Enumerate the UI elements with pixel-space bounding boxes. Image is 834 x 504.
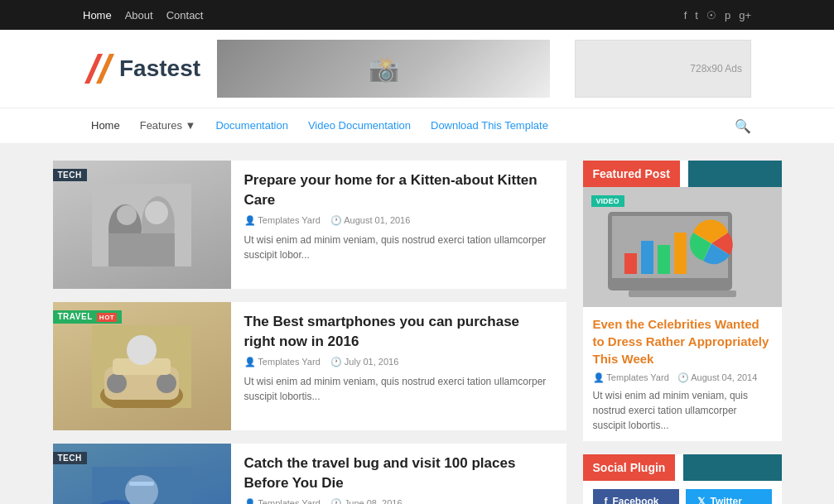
- article-body: Catch the travel bug and visit 100 place…: [231, 444, 566, 504]
- secnav-home[interactable]: Home: [83, 108, 128, 144]
- article-badge-tech-2: TECH: [53, 452, 87, 464]
- nav-contact[interactable]: Contact: [166, 9, 204, 22]
- top-nav: Home About Contact: [83, 9, 203, 22]
- svg-point-14: [127, 335, 157, 365]
- featured-post-image: VIDEO: [583, 187, 782, 307]
- featured-header-row: Featured Post: [583, 161, 782, 187]
- googleplus-icon[interactable]: g+: [739, 9, 751, 22]
- featured-post-content: Even the Celebrities Wanted to Dress Rat…: [583, 307, 782, 441]
- secnav-documentation[interactable]: Documentation: [207, 108, 296, 144]
- article-thumbnail: TECH: [53, 161, 231, 289]
- twitter-button[interactable]: 𝕏 Twitter: [686, 489, 772, 504]
- article-title[interactable]: Prepare your home for a Kitten-about Kit…: [244, 170, 553, 210]
- article-badge-tech: TECH: [53, 169, 87, 181]
- featured-post-label: Featured Post: [593, 167, 670, 180]
- svg-rect-23: [641, 241, 653, 274]
- facebook-icon: f: [605, 496, 608, 504]
- article-card: TECH Prepare your home for a Kitten-abou…: [53, 161, 566, 289]
- featured-date: 🕐 August 04, 2014: [677, 372, 758, 383]
- svg-rect-18: [129, 482, 154, 486]
- main-container: TECH Prepare your home for a Kitten-abou…: [45, 161, 790, 504]
- nav-about[interactable]: About: [125, 9, 153, 22]
- social-plugin-header-bar: [683, 454, 781, 481]
- featured-post-excerpt: Ut wisi enim ad minim veniam, quis nostr…: [593, 388, 772, 433]
- article-body: Prepare your home for a Kitten-about Kit…: [231, 161, 566, 289]
- social-icons: f t ☉ p g+: [684, 9, 751, 22]
- site-logo[interactable]: Fastest: [83, 52, 200, 85]
- featured-post-box: Featured Post: [583, 161, 782, 441]
- featured-author: 👤 Templates Yard: [593, 372, 669, 383]
- svg-rect-27: [629, 290, 736, 297]
- article-excerpt: Ut wisi enim ad minim veniam, quis nostr…: [244, 233, 553, 262]
- svg-rect-22: [624, 253, 637, 274]
- svg-rect-5: [108, 233, 175, 266]
- featured-post-header: Featured Post: [583, 161, 680, 187]
- secnav-download[interactable]: Download This Template: [422, 108, 557, 144]
- search-icon[interactable]: 🔍: [735, 118, 751, 134]
- svg-point-12: [157, 373, 176, 393]
- article-card: TRAVEL HOT The Best smartphones you can …: [53, 302, 566, 430]
- site-header: Fastest 📸 728x90 Ads: [0, 30, 834, 108]
- article-date: 🕐 June 08, 2016: [330, 498, 403, 504]
- article-card: TECH Catch the travel bug and visit 100 …: [53, 444, 566, 504]
- sidebar: Featured Post: [583, 161, 782, 504]
- featured-header-bar: [688, 161, 782, 187]
- article-title[interactable]: The Best smartphones you can purchase ri…: [244, 312, 553, 352]
- article-badge-travel: TRAVEL HOT: [53, 310, 123, 324]
- secnav-features[interactable]: Features ▼: [132, 108, 205, 144]
- secnav-video-documentation[interactable]: Video Documentation: [300, 108, 419, 144]
- facebook-icon[interactable]: f: [684, 9, 687, 22]
- article-thumbnail: TECH: [53, 444, 231, 504]
- svg-point-6: [117, 205, 137, 225]
- article-date: 🕐 August 01, 2016: [330, 215, 411, 226]
- article-title[interactable]: Catch the travel bug and visit 100 place…: [244, 454, 553, 493]
- article-author: 👤 Templates Yard: [244, 498, 321, 504]
- nav-home[interactable]: Home: [83, 9, 112, 22]
- thumb-image-2: [92, 325, 191, 408]
- thumb-image-3: [92, 467, 191, 505]
- twitter-icon[interactable]: t: [695, 9, 698, 22]
- svg-rect-25: [674, 233, 687, 274]
- articles-list: TECH Prepare your home for a Kitten-abou…: [53, 161, 566, 504]
- header-ad-left: 📸: [217, 40, 550, 98]
- article-thumbnail: TRAVEL HOT: [53, 302, 231, 430]
- top-bar: Home About Contact f t ☉ p g+: [0, 0, 834, 30]
- twitter-icon: 𝕏: [697, 496, 706, 504]
- article-meta: 👤 Templates Yard 🕐 June 08, 2016: [244, 498, 553, 504]
- header-ad: 728x90 Ads: [575, 40, 751, 98]
- video-badge: VIDEO: [591, 195, 624, 207]
- ad-label: 728x90 Ads: [690, 63, 742, 74]
- featured-post-meta: 👤 Templates Yard 🕐 August 04, 2014: [593, 372, 772, 383]
- article-meta: 👤 Templates Yard 🕐 July 01, 2016: [244, 357, 553, 367]
- pinterest-icon[interactable]: p: [725, 9, 730, 22]
- social-buttons: f Facebook 𝕏 Twitter: [583, 481, 782, 504]
- social-plugin-header-row: Social Plugin: [583, 454, 782, 481]
- logo-text: Fastest: [119, 55, 200, 82]
- featured-post-title[interactable]: Even the Celebrities Wanted to Dress Rat…: [593, 315, 772, 367]
- social-plugin-box: Social Plugin f Facebook 𝕏 Twitter: [583, 454, 782, 504]
- social-plugin-header: Social Plugin: [583, 454, 676, 481]
- svg-point-7: [145, 201, 168, 224]
- logo-icon: [83, 52, 116, 85]
- article-meta: 👤 Templates Yard 🕐 August 01, 2016: [244, 215, 553, 226]
- article-author: 👤 Templates Yard: [244, 215, 321, 226]
- sec-nav-links: Home Features ▼ Documentation Video Docu…: [83, 108, 735, 144]
- secondary-nav: Home Features ▼ Documentation Video Docu…: [0, 108, 834, 144]
- twitter-label: Twitter: [711, 496, 742, 504]
- thumb-image-1: [92, 184, 191, 266]
- facebook-button[interactable]: f Facebook: [593, 489, 679, 504]
- facebook-label: Facebook: [613, 496, 659, 504]
- article-date: 🕐 July 01, 2016: [330, 357, 399, 367]
- article-author: 👤 Templates Yard: [244, 357, 321, 367]
- svg-rect-24: [658, 245, 670, 274]
- instagram-icon[interactable]: ☉: [706, 9, 716, 22]
- social-plugin-label: Social Plugin: [593, 461, 666, 474]
- article-body: The Best smartphones you can purchase ri…: [231, 302, 566, 430]
- article-excerpt: Ut wisi enim ad minim veniam, quis nostr…: [244, 374, 553, 404]
- svg-point-11: [107, 373, 127, 393]
